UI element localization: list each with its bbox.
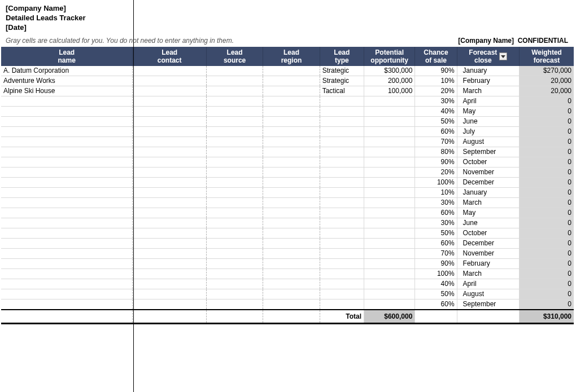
cell-weighted[interactable]: 0: [520, 96, 574, 107]
filter-dropdown-icon[interactable]: [499, 52, 507, 60]
cell-region[interactable]: [263, 86, 320, 96]
cell-chance[interactable]: 60%: [415, 239, 457, 249]
cell-region[interactable]: [263, 137, 320, 147]
cell-weighted[interactable]: 20,000: [520, 86, 574, 96]
cell-chance[interactable]: 30%: [415, 198, 457, 208]
col-lead-type[interactable]: Leadtype: [320, 47, 364, 66]
cell-region[interactable]: [263, 228, 320, 239]
cell-region[interactable]: [263, 168, 320, 178]
table-row[interactable]: 60%December0: [1, 239, 574, 249]
cell-contact[interactable]: [133, 66, 207, 76]
cell-weighted[interactable]: $270,000: [520, 66, 574, 76]
cell-forecast[interactable]: May: [457, 208, 519, 218]
cell-lead-name[interactable]: [1, 188, 133, 198]
cell-type[interactable]: [320, 208, 364, 218]
cell-forecast[interactable]: November: [457, 168, 519, 178]
cell-forecast[interactable]: August: [457, 289, 519, 299]
cell-potential[interactable]: [364, 279, 414, 289]
cell-type[interactable]: Strategic: [320, 66, 364, 76]
cell-region[interactable]: [263, 299, 320, 310]
cell-chance[interactable]: 30%: [415, 96, 457, 107]
cell-potential[interactable]: [364, 188, 414, 198]
cell-potential[interactable]: 100,000: [364, 86, 414, 96]
cell-forecast[interactable]: September: [457, 299, 519, 310]
cell-contact[interactable]: [133, 178, 207, 188]
cell-contact[interactable]: [133, 249, 207, 259]
cell-contact[interactable]: [133, 198, 207, 208]
cell-source[interactable]: [206, 168, 263, 178]
cell-potential[interactable]: [364, 239, 414, 249]
cell-region[interactable]: [263, 259, 320, 269]
cell-type[interactable]: [320, 218, 364, 228]
cell-contact[interactable]: [133, 208, 207, 218]
cell-region[interactable]: [263, 117, 320, 127]
cell-forecast[interactable]: June: [457, 117, 519, 127]
table-row[interactable]: 30%June0: [1, 218, 574, 228]
cell-potential[interactable]: [364, 117, 414, 127]
cell-lead-name[interactable]: [1, 137, 133, 147]
cell-weighted[interactable]: 0: [520, 178, 574, 188]
cell-weighted[interactable]: 0: [520, 127, 574, 137]
cell-lead-name[interactable]: [1, 117, 133, 127]
table-row[interactable]: 70%November0: [1, 249, 574, 259]
cell-weighted[interactable]: 0: [520, 157, 574, 168]
table-row[interactable]: Alpine Ski HouseTactical100,00020%March2…: [1, 86, 574, 96]
cell-potential[interactable]: [364, 289, 414, 299]
cell-source[interactable]: [206, 147, 263, 157]
cell-chance[interactable]: 50%: [415, 117, 457, 127]
cell-forecast[interactable]: June: [457, 218, 519, 228]
col-lead-source[interactable]: Leadsource: [206, 47, 263, 66]
cell-weighted[interactable]: 0: [520, 228, 574, 239]
cell-weighted[interactable]: 0: [520, 269, 574, 279]
cell-potential[interactable]: [364, 198, 414, 208]
col-chance[interactable]: Chanceof sale: [415, 47, 457, 66]
cell-lead-name[interactable]: [1, 269, 133, 279]
cell-contact[interactable]: [133, 239, 207, 249]
cell-chance[interactable]: 40%: [415, 279, 457, 289]
table-row[interactable]: 30%April0: [1, 96, 574, 107]
cell-chance[interactable]: 90%: [415, 66, 457, 76]
col-lead-contact[interactable]: Leadcontact: [133, 47, 207, 66]
cell-contact[interactable]: [133, 228, 207, 239]
cell-forecast[interactable]: February: [457, 259, 519, 269]
cell-contact[interactable]: [133, 96, 207, 107]
cell-type[interactable]: [320, 107, 364, 117]
cell-region[interactable]: [263, 127, 320, 137]
table-row[interactable]: 20%November0: [1, 168, 574, 178]
cell-lead-name[interactable]: [1, 96, 133, 107]
cell-type[interactable]: Tactical: [320, 86, 364, 96]
cell-weighted[interactable]: 0: [520, 117, 574, 127]
cell-chance[interactable]: 70%: [415, 249, 457, 259]
cell-lead-name[interactable]: [1, 107, 133, 117]
cell-type[interactable]: [320, 147, 364, 157]
cell-forecast[interactable]: January: [457, 188, 519, 198]
cell-contact[interactable]: [133, 137, 207, 147]
table-row[interactable]: 10%January0: [1, 188, 574, 198]
cell-region[interactable]: [263, 157, 320, 168]
cell-type[interactable]: [320, 289, 364, 299]
cell-lead-name[interactable]: [1, 208, 133, 218]
table-row[interactable]: 40%April0: [1, 279, 574, 289]
cell-region[interactable]: [263, 96, 320, 107]
cell-chance[interactable]: 60%: [415, 299, 457, 310]
cell-potential[interactable]: [364, 208, 414, 218]
cell-type[interactable]: [320, 259, 364, 269]
cell-weighted[interactable]: 0: [520, 299, 574, 310]
cell-region[interactable]: [263, 198, 320, 208]
cell-lead-name[interactable]: [1, 239, 133, 249]
cell-source[interactable]: [206, 66, 263, 76]
cell-source[interactable]: [206, 228, 263, 239]
cell-source[interactable]: [206, 269, 263, 279]
cell-type[interactable]: [320, 157, 364, 168]
cell-chance[interactable]: 60%: [415, 127, 457, 137]
cell-source[interactable]: [206, 259, 263, 269]
cell-weighted[interactable]: 0: [520, 289, 574, 299]
cell-potential[interactable]: [364, 269, 414, 279]
cell-contact[interactable]: [133, 289, 207, 299]
cell-type[interactable]: Strategic: [320, 76, 364, 86]
cell-contact[interactable]: [133, 157, 207, 168]
cell-potential[interactable]: [364, 168, 414, 178]
cell-type[interactable]: [320, 198, 364, 208]
cell-chance[interactable]: 40%: [415, 107, 457, 117]
cell-potential[interactable]: 200,000: [364, 76, 414, 86]
